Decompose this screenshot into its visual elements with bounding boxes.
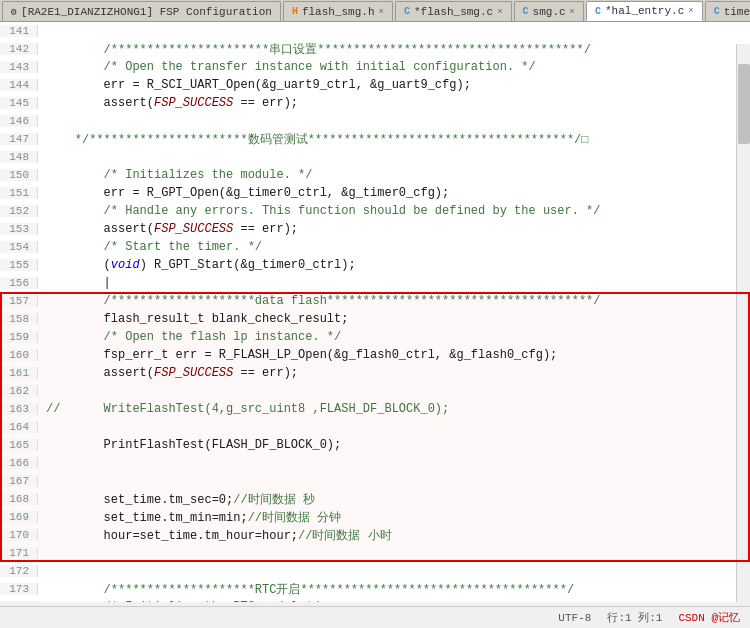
- line-content: /* Start the timer. */: [38, 240, 750, 254]
- tab-flash-smg-h[interactable]: H flash_smg.h ×: [283, 1, 393, 21]
- code-line: 173 /********************RTC开启**********…: [0, 580, 750, 598]
- editor-window: ⚙ [RA2E1_DIANZIZHONG1] FSP Configuration…: [0, 0, 750, 628]
- line-content: // WriteFlashTest(4,g_src_uint8 ,FLASH_D…: [38, 402, 750, 416]
- line-content: |: [38, 276, 750, 290]
- tab-text: flash_smg.h: [302, 6, 375, 18]
- code-line: 143 /* Open the transfer instance with i…: [0, 58, 750, 76]
- line-content: (void) R_GPT_Start(&g_timer0_ctrl);: [38, 258, 750, 272]
- line-content: [38, 150, 750, 164]
- code-line: 154 /* Start the timer. */: [0, 238, 750, 256]
- line-number: 160: [0, 349, 38, 361]
- line-content: */**********************数码管测试***********…: [38, 131, 750, 148]
- code-line: 157 /********************data flash*****…: [0, 292, 750, 310]
- line-number: 151: [0, 187, 38, 199]
- tab-text: *hal_entry.c: [605, 5, 684, 17]
- code-line: 148: [0, 148, 750, 166]
- line-content: assert(FSP_SUCCESS == err);: [38, 366, 750, 380]
- code-line: 170 hour=set_time.tm_hour=hour;//时间数据 小时: [0, 526, 750, 544]
- line-number: 170: [0, 529, 38, 541]
- line-number: 172: [0, 565, 38, 577]
- code-line: 160 fsp_err_t err = R_FLASH_LP_Open(&g_f…: [0, 346, 750, 364]
- line-content: [38, 546, 750, 560]
- line-number: 166: [0, 457, 38, 469]
- code-line: 142 /**********************串口设置*********…: [0, 40, 750, 58]
- highlighted-section: 157 /********************data flash*****…: [0, 292, 750, 562]
- code-line: 169 set_time.tm_min=min;//时间数据 分钟: [0, 508, 750, 526]
- scrollbar-thumb[interactable]: [738, 64, 750, 144]
- tab-type-icon: C: [404, 6, 410, 17]
- code-line: 141: [0, 22, 750, 40]
- line-content: [38, 456, 750, 470]
- line-number: 144: [0, 79, 38, 91]
- line-content: assert(FSP_SUCCESS == err);: [38, 96, 750, 110]
- line-number: 165: [0, 439, 38, 451]
- line-content: [38, 474, 750, 488]
- line-number: 142: [0, 43, 38, 55]
- code-line: 158 flash_result_t blank_check_result;: [0, 310, 750, 328]
- tab-type-icon: C: [714, 6, 720, 17]
- line-content: /********************data flash*********…: [38, 294, 750, 308]
- code-line: 163 // WriteFlashTest(4,g_src_uint8 ,FLA…: [0, 400, 750, 418]
- line-content: /* Initializes the module. */: [38, 168, 750, 182]
- status-encoding: UTF-8: [558, 612, 591, 624]
- line-content: /**********************串口设置*************…: [38, 41, 750, 58]
- line-number: 148: [0, 151, 38, 163]
- tab-hal-entry-active[interactable]: C *hal_entry.c ×: [586, 1, 703, 21]
- line-number: 162: [0, 385, 38, 397]
- line-content: set_time.tm_sec=0;//时间数据 秒: [38, 491, 750, 508]
- line-number: 168: [0, 493, 38, 505]
- line-number: 157: [0, 295, 38, 307]
- line-content: /* Open the transfer instance with initi…: [38, 60, 750, 74]
- code-line: 150 /* Initializes the module. */: [0, 166, 750, 184]
- code-editor[interactable]: 141 142 /**********************串口设置*****…: [0, 22, 750, 602]
- line-number: 141: [0, 25, 38, 37]
- tab-text: timer_smg.c: [724, 6, 750, 18]
- tab-timer-smg-c[interactable]: C timer_smg.c ×: [705, 1, 750, 21]
- tab-close-icon[interactable]: ×: [379, 7, 384, 17]
- tab-label: ⚙: [11, 6, 17, 18]
- line-number: 146: [0, 115, 38, 127]
- code-line: 159 /* Open the flash lp instance. */: [0, 328, 750, 346]
- line-number: 152: [0, 205, 38, 217]
- status-line-col: 行:1 列:1: [607, 610, 662, 625]
- tab-type-icon: C: [595, 6, 601, 17]
- code-line: 165 PrintFlashTest(FLASH_DF_BLOCK_0);: [0, 436, 750, 454]
- line-number: 164: [0, 421, 38, 433]
- line-number: 161: [0, 367, 38, 379]
- line-number: 174: [0, 601, 38, 602]
- line-number: 156: [0, 277, 38, 289]
- tab-close-icon[interactable]: ×: [688, 6, 693, 16]
- line-content: /********************RTC开启**************…: [38, 581, 750, 598]
- line-content: /* Open the flash lp instance. */: [38, 330, 750, 344]
- code-line: 161 assert(FSP_SUCCESS == err);: [0, 364, 750, 382]
- line-content: [38, 384, 750, 398]
- status-bar: UTF-8 行:1 列:1 CSDN @记忆: [0, 606, 750, 628]
- line-number: 154: [0, 241, 38, 253]
- code-line: 167: [0, 472, 750, 490]
- tab-smg-c[interactable]: C smg.c ×: [514, 1, 584, 21]
- code-line: 151 err = R_GPT_Open(&g_timer0_ctrl, &g_…: [0, 184, 750, 202]
- line-number: 171: [0, 547, 38, 559]
- tab-flash-smg-c[interactable]: C *flash_smg.c ×: [395, 1, 512, 21]
- code-lines: 141 142 /**********************串口设置*****…: [0, 22, 750, 602]
- line-content: set_time.tm_min=min;//时间数据 分钟: [38, 509, 750, 526]
- line-number: 167: [0, 475, 38, 487]
- scrollbar-vertical[interactable]: [736, 44, 750, 602]
- line-content: [38, 564, 750, 578]
- code-line: 153 assert(FSP_SUCCESS == err);: [0, 220, 750, 238]
- tab-text: *flash_smg.c: [414, 6, 493, 18]
- tab-bar: ⚙ [RA2E1_DIANZIZHONG1] FSP Configuration…: [0, 0, 750, 22]
- code-line: 152 /* Handle any errors. This function …: [0, 202, 750, 220]
- line-number: 147: [0, 133, 38, 145]
- tab-type-icon: H: [292, 6, 298, 17]
- line-content: /* Handle any errors. This function shou…: [38, 204, 750, 218]
- line-number: 145: [0, 97, 38, 109]
- code-line: 171: [0, 544, 750, 562]
- line-content: [38, 114, 750, 128]
- line-content: [38, 24, 750, 38]
- tab-ra2e1[interactable]: ⚙ [RA2E1_DIANZIZHONG1] FSP Configuration: [2, 1, 281, 21]
- code-line: 164: [0, 418, 750, 436]
- line-number: 173: [0, 583, 38, 595]
- tab-close-icon[interactable]: ×: [570, 7, 575, 17]
- tab-close-icon[interactable]: ×: [497, 7, 502, 17]
